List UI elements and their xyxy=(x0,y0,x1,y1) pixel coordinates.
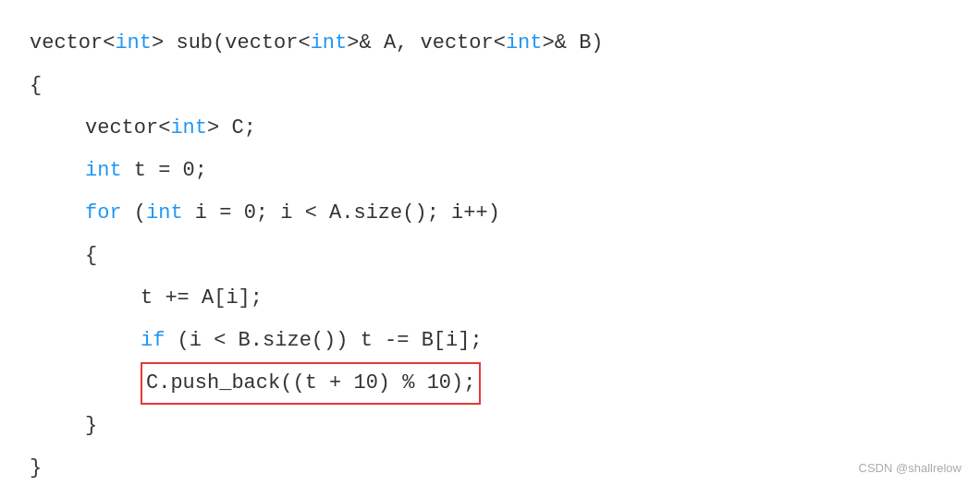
text-static: vector< xyxy=(30,31,115,55)
code-line-9: C.push_back((t + 10) % 10); xyxy=(30,362,950,405)
text-static: i = 0; i < A.size(); i++) xyxy=(183,201,500,225)
code-line-5: for (int i = 0; i < A.size(); i++) xyxy=(30,192,950,235)
text-static: } xyxy=(30,456,42,480)
watermark: CSDN @shallrelow xyxy=(859,461,962,475)
text-static: >& B) xyxy=(543,31,604,55)
text-static: (i < B.size()) t -= B[i]; xyxy=(165,329,482,352)
text-static: { xyxy=(30,74,42,97)
code-line-11: } xyxy=(30,447,950,486)
code-line-10: } xyxy=(30,405,950,447)
highlighted-line: C.push_back((t + 10) % 10); xyxy=(141,362,481,405)
text-static: > sub(vector< xyxy=(152,31,311,55)
keyword-int: int xyxy=(170,116,207,140)
code-block: vector<int> sub(vector<int>& A, vector<i… xyxy=(30,22,950,486)
text-static: >& A, vector< xyxy=(347,31,506,55)
code-line-6: { xyxy=(30,235,950,277)
code-line-7: t += A[i]; xyxy=(30,277,950,320)
keyword-int: int xyxy=(506,31,543,55)
text-static: ( xyxy=(122,201,146,225)
text-static: t = 0; xyxy=(122,159,207,182)
text-static: vector< xyxy=(85,116,170,140)
keyword-int: int xyxy=(85,159,122,182)
keyword-for: for xyxy=(85,201,122,225)
code-line-3: vector<int> C; xyxy=(30,107,950,150)
code-line-8: if (i < B.size()) t -= B[i]; xyxy=(30,320,950,362)
text-static: t += A[i]; xyxy=(141,286,263,310)
keyword-int: int xyxy=(146,201,183,225)
code-container: vector<int> sub(vector<int>& A, vector<i… xyxy=(0,0,980,486)
text-static: } xyxy=(85,414,97,437)
keyword-if: if xyxy=(141,329,165,352)
text-static: > C; xyxy=(207,116,256,140)
keyword-int: int xyxy=(311,31,348,55)
code-line-1: vector<int> sub(vector<int>& A, vector<i… xyxy=(30,22,950,65)
keyword-int: int xyxy=(115,31,152,55)
code-line-2: { xyxy=(30,65,950,107)
code-line-4: int t = 0; xyxy=(30,150,950,192)
text-static: { xyxy=(85,244,97,267)
